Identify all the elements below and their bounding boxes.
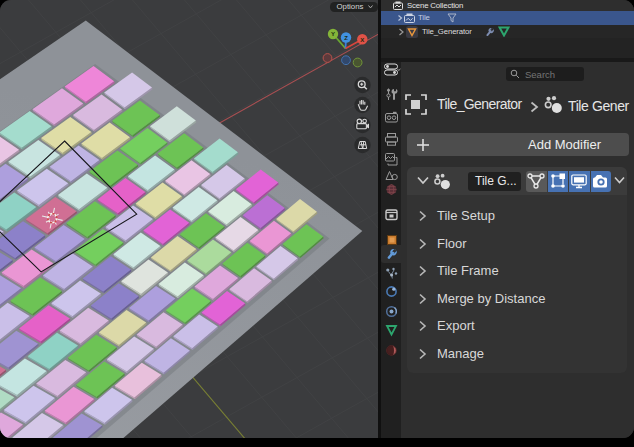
svg-text:Z: Z [344,35,348,41]
svg-text:X: X [360,37,364,43]
svg-text:Y: Y [331,31,335,37]
svg-text:Options: Options [337,2,364,11]
